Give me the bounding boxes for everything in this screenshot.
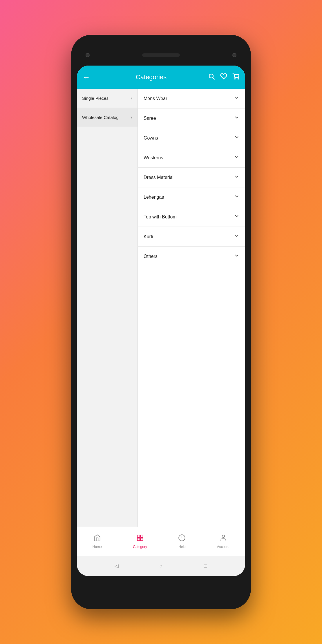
nav-label-account: Account — [217, 545, 229, 549]
chevron-down-icon — [234, 135, 239, 141]
category-item-westerns[interactable]: Westerns — [138, 148, 245, 168]
app-content: Single Pieces › Wholesale Catalog › Mens… — [77, 89, 245, 527]
category-item-mens-wear[interactable]: Mens Wear — [138, 89, 245, 108]
android-back-button[interactable]: ◁ — [112, 562, 121, 570]
chevron-down-icon — [234, 115, 239, 122]
category-icon — [136, 534, 144, 543]
chevron-right-icon: › — [131, 114, 132, 120]
bottom-nav: Home Category — [77, 527, 245, 556]
svg-point-11 — [222, 535, 225, 538]
android-recent-button[interactable]: □ — [201, 562, 210, 570]
category-label-mens-wear: Mens Wear — [144, 96, 167, 101]
svg-rect-7 — [140, 538, 143, 541]
app-header: ← Categories — [77, 66, 245, 89]
category-item-dress-material[interactable]: Dress Material — [138, 168, 245, 187]
chevron-down-icon — [234, 95, 239, 102]
sidebar: Single Pieces › Wholesale Catalog › — [77, 89, 138, 527]
nav-label-home: Home — [93, 545, 102, 549]
category-item-lehengas[interactable]: Lehengas — [138, 187, 245, 207]
category-label-kurti: Kurti — [144, 234, 153, 239]
account-icon — [220, 534, 227, 543]
home-icon — [93, 534, 101, 543]
svg-line-1 — [213, 78, 215, 79]
chevron-down-icon — [234, 154, 239, 161]
chevron-down-icon — [234, 174, 239, 181]
nav-item-home[interactable]: Home — [88, 532, 106, 551]
nav-item-account[interactable]: Account — [212, 532, 234, 551]
phone-top-bar — [77, 46, 245, 64]
speaker — [142, 53, 180, 57]
category-label-dress-material: Dress Material — [144, 175, 173, 180]
android-home-button[interactable]: ○ — [157, 562, 165, 570]
chevron-down-icon — [234, 233, 239, 240]
category-label-lehengas: Lehengas — [144, 195, 164, 200]
search-icon[interactable] — [208, 73, 215, 82]
wishlist-icon[interactable] — [220, 73, 227, 82]
chevron-down-icon — [234, 214, 239, 220]
category-item-kurti[interactable]: Kurti — [138, 227, 245, 247]
header-actions — [208, 73, 239, 82]
chevron-right-icon: › — [131, 95, 132, 101]
category-item-saree[interactable]: Saree — [138, 108, 245, 128]
nav-label-help: Help — [178, 545, 186, 549]
svg-point-3 — [238, 79, 238, 79]
sensor — [232, 53, 236, 57]
svg-rect-6 — [137, 538, 140, 541]
category-label-saree: Saree — [144, 116, 156, 121]
svg-rect-5 — [140, 535, 143, 538]
category-list: Mens Wear Saree Gowns Westerns — [138, 89, 245, 527]
nav-label-category: Category — [133, 545, 147, 549]
chevron-down-icon — [234, 253, 239, 260]
category-label-westerns: Westerns — [144, 155, 163, 160]
phone-screen: ← Categories — [77, 66, 245, 576]
category-label-others: Others — [144, 254, 158, 259]
help-icon — [178, 534, 186, 543]
android-nav-bar: ◁ ○ □ — [77, 556, 245, 576]
svg-rect-4 — [137, 535, 140, 538]
cart-icon[interactable] — [232, 73, 239, 82]
category-label-top-with-bottom: Top with Bottom — [144, 214, 177, 220]
chevron-down-icon — [234, 194, 239, 200]
category-item-others[interactable]: Others — [138, 247, 245, 266]
sidebar-item-wholesale-catalog[interactable]: Wholesale Catalog › — [77, 108, 138, 127]
back-button[interactable]: ← — [83, 73, 94, 82]
nav-item-category[interactable]: Category — [128, 532, 152, 551]
front-camera — [86, 53, 90, 57]
nav-item-help[interactable]: Help — [173, 532, 190, 551]
svg-point-2 — [235, 79, 235, 79]
category-label-gowns: Gowns — [144, 135, 158, 141]
category-item-gowns[interactable]: Gowns — [138, 128, 245, 148]
page-title: Categories — [94, 73, 208, 81]
phone-shell: ← Categories — [71, 35, 251, 609]
category-item-top-with-bottom[interactable]: Top with Bottom — [138, 207, 245, 227]
sidebar-item-single-pieces[interactable]: Single Pieces › — [77, 89, 138, 108]
